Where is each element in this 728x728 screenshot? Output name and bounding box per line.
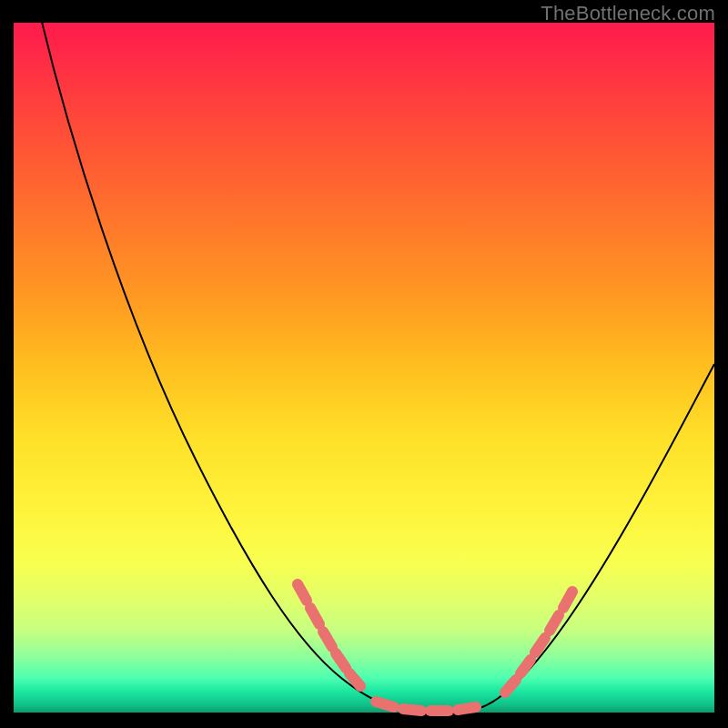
dash-left-5 xyxy=(349,673,360,686)
dash-bottom-1 xyxy=(376,702,394,707)
dash-left-4 xyxy=(336,653,346,668)
dash-left-2 xyxy=(310,608,319,624)
dash-bottom-4 xyxy=(458,707,476,710)
curve-svg xyxy=(14,23,714,713)
dash-left-1 xyxy=(298,584,307,601)
chart-frame: TheBottleneck.com xyxy=(0,0,728,728)
dash-right-2 xyxy=(521,660,531,673)
plot-area xyxy=(14,23,714,713)
dash-right-3 xyxy=(535,638,545,652)
dash-bottom-2 xyxy=(403,709,421,711)
dash-right-4 xyxy=(550,615,559,631)
dash-right-5 xyxy=(563,592,572,608)
dash-right-1 xyxy=(505,680,516,693)
curve-right-arm xyxy=(482,364,714,707)
curve-left-arm xyxy=(41,18,419,711)
dash-left-3 xyxy=(323,632,332,647)
